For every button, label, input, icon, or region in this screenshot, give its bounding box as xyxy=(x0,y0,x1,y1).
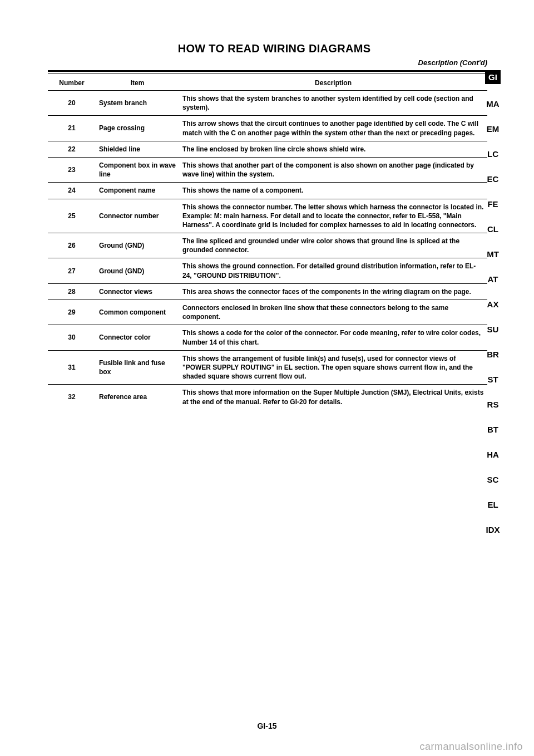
section-tabs: GIMAEMLCECFECLMTATAXSUBRSTRSBTHASCELIDX xyxy=(485,72,501,551)
cell-item: Fusible link and fuse box xyxy=(96,350,179,385)
cell-item: Shielded line xyxy=(96,141,179,157)
table-row: 28Connector viewsThis area shows the con… xyxy=(48,283,487,300)
section-tab-fe[interactable]: FE xyxy=(485,200,501,208)
description-table: Number Item Description 20System branchT… xyxy=(48,76,487,410)
cell-number: 26 xyxy=(48,233,96,258)
cell-number: 27 xyxy=(48,258,96,283)
section-tab-em[interactable]: EM xyxy=(485,125,501,133)
section-tab-cl[interactable]: CL xyxy=(485,225,501,233)
table-row: 30Connector colorThis shows a code for t… xyxy=(48,325,487,350)
section-tab-bt[interactable]: BT xyxy=(485,425,501,434)
section-tab-sc[interactable]: SC xyxy=(485,475,501,484)
cell-description: This shows a code for the color of the c… xyxy=(179,325,487,350)
cell-item: Connector number xyxy=(96,199,179,233)
section-tab-gi[interactable]: GI xyxy=(485,70,501,84)
cell-number: 22 xyxy=(48,141,96,157)
divider-thin xyxy=(48,73,487,73)
section-tab-lc[interactable]: LC xyxy=(485,150,501,158)
table-row: 21Page crossingThis arrow shows that the… xyxy=(48,116,487,141)
col-header-item: Item xyxy=(96,76,179,91)
cell-number: 28 xyxy=(48,283,96,300)
cell-item: Common component xyxy=(96,300,179,325)
document-page: HOW TO READ WIRING DIAGRAMS Description … xyxy=(0,0,534,756)
cell-description: The line spliced and grounded under wire… xyxy=(179,233,487,258)
cell-description: This shows that more information on the … xyxy=(179,385,487,410)
table-body: 20System branchThis shows that the syste… xyxy=(48,91,487,410)
cell-item: Ground (GND) xyxy=(96,233,179,258)
section-tab-ha[interactable]: HA xyxy=(485,450,501,459)
section-tab-ax[interactable]: AX xyxy=(485,300,501,308)
cell-number: 20 xyxy=(48,91,96,116)
cell-description: This shows that another part of the comp… xyxy=(179,157,487,182)
cell-number: 24 xyxy=(48,183,96,199)
table-row: 24Component nameThis shows the name of a… xyxy=(48,183,487,199)
section-tab-br[interactable]: BR xyxy=(485,350,501,359)
divider-thick xyxy=(48,70,487,72)
section-tab-rs[interactable]: RS xyxy=(485,400,501,409)
col-header-number: Number xyxy=(48,76,96,91)
cell-number: 25 xyxy=(48,199,96,233)
table-row: 22Shielded lineThe line enclosed by brok… xyxy=(48,141,487,157)
cell-description: This arrow shows that the circuit contin… xyxy=(179,116,487,141)
section-tab-su[interactable]: SU xyxy=(485,325,501,333)
cell-number: 21 xyxy=(48,116,96,141)
table-row: 23Component box in wave lineThis shows t… xyxy=(48,157,487,182)
cell-number: 30 xyxy=(48,325,96,350)
table-row: 20System branchThis shows that the syste… xyxy=(48,91,487,116)
page-subtitle: Description (Cont'd) xyxy=(48,58,487,67)
cell-description: This shows the connector number. The let… xyxy=(179,199,487,233)
cell-item: Component name xyxy=(96,183,179,199)
cell-description: This shows that the system branches to a… xyxy=(179,91,487,116)
section-tab-at[interactable]: AT xyxy=(485,275,501,283)
cell-description: This shows the arrangement of fusible li… xyxy=(179,350,487,385)
section-tab-ec[interactable]: EC xyxy=(485,175,501,183)
cell-description: The line enclosed by broken line circle … xyxy=(179,141,487,157)
table-row: 27Ground (GND)This shows the ground conn… xyxy=(48,258,487,283)
section-tab-idx[interactable]: IDX xyxy=(485,526,501,534)
cell-description: This shows the name of a component. xyxy=(179,183,487,199)
cell-description: This shows the ground connection. For de… xyxy=(179,258,487,283)
watermark: carmanualsonline.info xyxy=(419,741,523,753)
section-tab-mt[interactable]: MT xyxy=(485,250,501,258)
cell-description: Connectors enclosed in broken line show … xyxy=(179,300,487,325)
table-row: 26Ground (GND)The line spliced and groun… xyxy=(48,233,487,258)
cell-number: 23 xyxy=(48,157,96,182)
cell-item: Reference area xyxy=(96,385,179,410)
section-tab-el[interactable]: EL xyxy=(485,500,501,509)
page-title: HOW TO READ WIRING DIAGRAMS xyxy=(48,42,501,55)
cell-item: System branch xyxy=(96,91,179,116)
cell-number: 31 xyxy=(48,350,96,385)
cell-number: 29 xyxy=(48,300,96,325)
cell-description: This area shows the connector faces of t… xyxy=(179,283,487,300)
cell-number: 32 xyxy=(48,385,96,410)
cell-item: Connector views xyxy=(96,283,179,300)
cell-item: Component box in wave line xyxy=(96,157,179,182)
table-row: 29Common componentConnectors enclosed in… xyxy=(48,300,487,325)
cell-item: Connector color xyxy=(96,325,179,350)
table-row: 25Connector numberThis shows the connect… xyxy=(48,199,487,233)
table-row: 32Reference areaThis shows that more inf… xyxy=(48,385,487,410)
table-row: 31Fusible link and fuse boxThis shows th… xyxy=(48,350,487,385)
cell-item: Ground (GND) xyxy=(96,258,179,283)
section-tab-st[interactable]: ST xyxy=(485,375,501,384)
page-number: GI-15 xyxy=(0,721,534,730)
cell-item: Page crossing xyxy=(96,116,179,141)
section-tab-ma[interactable]: MA xyxy=(485,100,501,108)
col-header-description: Description xyxy=(179,76,487,91)
